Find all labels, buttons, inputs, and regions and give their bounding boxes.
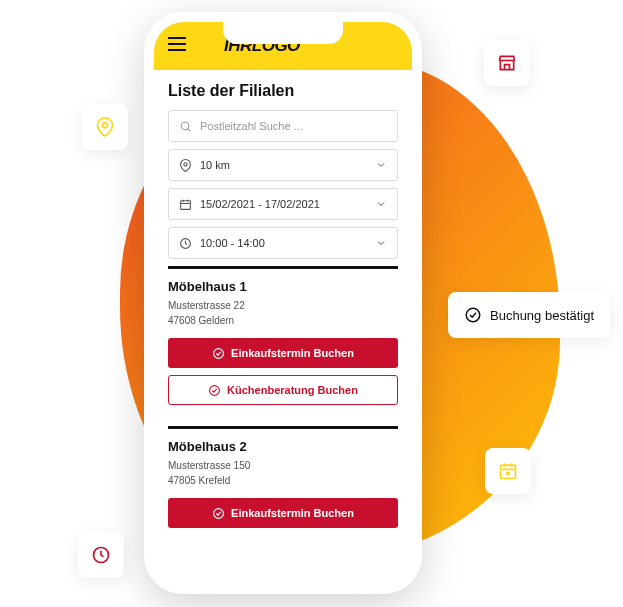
float-calendar-card	[485, 448, 531, 494]
check-circle-icon	[212, 507, 225, 520]
search-input[interactable]: Postleitzahl Suche ...	[168, 110, 398, 142]
date-value: 15/02/2021 - 17/02/2021	[200, 198, 367, 210]
svg-point-9	[214, 348, 224, 358]
phone-screen: IHRLOGO Liste der Filialen Postleitzahl …	[154, 22, 412, 584]
store-icon	[497, 53, 517, 73]
store-item: Möbelhaus 2 Musterstrasse 150 47805 Kref…	[168, 426, 398, 549]
time-select[interactable]: 10:00 - 14:00	[168, 227, 398, 259]
svg-point-0	[103, 123, 108, 128]
map-pin-icon	[95, 117, 115, 137]
svg-point-10	[210, 385, 220, 395]
check-circle-icon	[208, 384, 221, 397]
svg-point-11	[214, 508, 224, 518]
float-store-card	[484, 40, 530, 86]
clock-icon	[179, 237, 192, 250]
svg-point-5	[181, 122, 189, 130]
store-address: Musterstrasse 22 47608 Geldern	[168, 298, 398, 328]
page-content: Liste der Filialen Postleitzahl Suche ..…	[154, 70, 412, 549]
float-clock-card	[78, 532, 124, 578]
time-value: 10:00 - 14:00	[200, 237, 367, 249]
check-circle-icon	[464, 306, 482, 324]
book-shopping-button[interactable]: Einkaufstermin Buchen	[168, 498, 398, 528]
date-select[interactable]: 15/02/2021 - 17/02/2021	[168, 188, 398, 220]
svg-point-2	[507, 472, 510, 475]
clock-icon	[91, 545, 111, 565]
store-name: Möbelhaus 1	[168, 279, 398, 294]
search-icon	[179, 120, 192, 133]
calendar-dot-icon	[498, 461, 518, 481]
radius-value: 10 km	[200, 159, 367, 171]
chevron-down-icon	[375, 159, 387, 171]
store-address: Musterstrasse 150 47805 Krefeld	[168, 458, 398, 488]
hamburger-icon	[168, 37, 186, 51]
store-item: Möbelhaus 1 Musterstrasse 22 47608 Gelde…	[168, 266, 398, 426]
pin-icon	[179, 159, 192, 172]
float-pin-card	[82, 104, 128, 150]
confirmation-label: Buchung bestätigt	[490, 308, 594, 323]
book-kitchen-button[interactable]: Küchenberatung Buchen	[168, 375, 398, 405]
svg-point-4	[466, 308, 480, 322]
svg-point-6	[184, 162, 187, 165]
calendar-icon	[179, 198, 192, 211]
phone-frame: IHRLOGO Liste der Filialen Postleitzahl …	[144, 12, 422, 594]
hamburger-button[interactable]	[168, 37, 186, 55]
page-title: Liste der Filialen	[168, 82, 398, 100]
check-circle-icon	[212, 347, 225, 360]
confirmation-toast: Buchung bestätigt	[448, 292, 610, 338]
svg-rect-7	[181, 200, 191, 209]
store-name: Möbelhaus 2	[168, 439, 398, 454]
chevron-down-icon	[375, 237, 387, 249]
phone-notch	[223, 22, 343, 44]
chevron-down-icon	[375, 198, 387, 210]
search-placeholder: Postleitzahl Suche ...	[200, 120, 387, 132]
radius-select[interactable]: 10 km	[168, 149, 398, 181]
book-shopping-button[interactable]: Einkaufstermin Buchen	[168, 338, 398, 368]
